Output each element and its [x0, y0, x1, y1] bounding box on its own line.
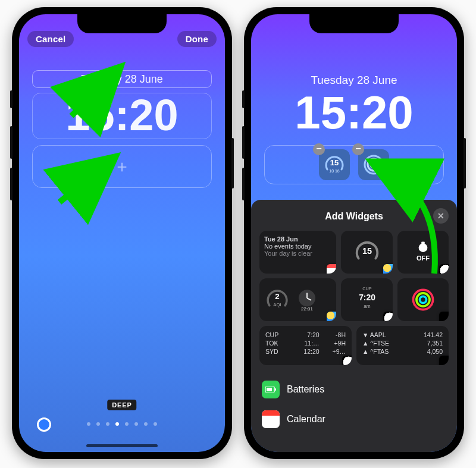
power-button	[464, 138, 466, 189]
clock-app-icon	[439, 264, 449, 274]
placed-widget-activity[interactable]: −	[358, 149, 389, 180]
weather-gauge-icon: 15 10 16	[322, 153, 346, 177]
suggested-widget-world-clock[interactable]: CUP7:20-8H TOK11:…+9H SYD12:20+9…	[259, 326, 352, 365]
svg-rect-22	[267, 388, 272, 391]
clock-app-icon	[383, 312, 393, 321]
notch	[77, 14, 167, 33]
suggested-widget-stocks[interactable]: ▼ AAPL141.42 ▲ ^FTSE7,351 ▲ ^FTAS4,050	[356, 326, 449, 365]
lockscreen-time: 15:20	[251, 86, 457, 140]
svg-text:15: 15	[330, 158, 339, 167]
svg-point-3	[368, 159, 380, 171]
stocks-app-icon	[439, 356, 449, 365]
cal-line3: Your day is clear	[264, 250, 331, 257]
svg-text:15: 15	[362, 246, 372, 256]
pager-dot	[144, 422, 148, 426]
svg-text:7:20: 7:20	[359, 293, 375, 302]
plus-icon: ＋	[114, 155, 130, 178]
svg-text:am: am	[364, 304, 371, 309]
pager-dot	[134, 422, 138, 426]
svg-point-4	[371, 162, 377, 168]
power-button	[231, 138, 234, 189]
date-widget-slot[interactable]: Tuesday 28 June	[32, 70, 212, 88]
table-row: ▲ ^FTAS4,050	[361, 347, 444, 356]
clock-widget-slot[interactable]: 15:20	[32, 93, 212, 139]
sheet-title-text: Add Widgets	[325, 211, 383, 222]
pager-dot	[125, 422, 129, 426]
volume-down	[242, 168, 245, 200]
cancel-button[interactable]: Cancel	[27, 31, 74, 47]
svg-text:CUP: CUP	[362, 286, 372, 291]
wide-widget-row: CUP7:20-8H TOK11:…+9H SYD12:20+9… ▼ AAPL…	[259, 326, 449, 365]
suggested-widget-calendar[interactable]: Tue 28 Jun No events today Your day is c…	[259, 231, 336, 274]
color-picker-button[interactable]	[37, 417, 51, 432]
pager-dot	[106, 422, 109, 426]
weather-app-icon	[383, 264, 393, 274]
iphone-frame-left: Cancel Done Tuesday 28 June 15:20 ＋ DEEP	[12, 7, 232, 459]
widget-suggestions-grid: Tue 28 Jun No events today Your day is c…	[259, 231, 449, 321]
batteries-app-icon	[262, 381, 280, 398]
city-clock-icon: CUP 7:20 am	[353, 285, 381, 315]
svg-rect-7	[421, 242, 425, 244]
suggested-widget-weather[interactable]: 15	[341, 231, 392, 274]
table-row: CUP7:20-8H	[264, 331, 347, 339]
lockscreen-date: Tuesday 28 June	[251, 74, 457, 87]
svg-rect-23	[275, 388, 276, 391]
volume-up	[242, 126, 245, 159]
fitness-app-icon	[439, 312, 449, 321]
stocks-table: ▼ AAPL141.42 ▲ ^FTSE7,351 ▲ ^FTAS4,050	[361, 331, 444, 356]
cal-line2: No events today	[264, 243, 331, 250]
suggested-widget-aqi-and-clock[interactable]: 2 AQI 22:01	[259, 278, 336, 321]
placed-widget-weather[interactable]: − 15 10 16	[319, 149, 350, 180]
silent-switch	[242, 90, 245, 108]
app-widget-list: Batteries Calendar	[259, 375, 449, 434]
suggested-widget-activity[interactable]	[397, 278, 449, 321]
alarm-icon: OFF	[409, 238, 437, 266]
app-label: Batteries	[287, 384, 324, 395]
suggested-widget-city-clock[interactable]: CUP 7:20 am	[341, 278, 392, 321]
analog-clock-icon: 22:01	[294, 287, 320, 313]
clock-app-icon	[342, 356, 352, 365]
svg-point-20	[419, 296, 426, 303]
close-icon: ✕	[437, 211, 444, 221]
cal-date: Tue 28 Jun	[264, 235, 331, 243]
wallpaper-style-label: DEEP	[107, 400, 136, 410]
volume-up	[10, 126, 12, 159]
remove-widget-icon[interactable]: −	[313, 143, 325, 155]
svg-text:OFF: OFF	[416, 255, 430, 262]
table-row: TOK11:…+9H	[264, 339, 347, 347]
svg-point-19	[416, 293, 430, 306]
svg-text:22:01: 22:01	[301, 306, 313, 312]
table-row: ▲ ^FTSE7,351	[361, 339, 444, 347]
weather-app-icon	[327, 312, 336, 321]
world-clock-table: CUP7:20-8H TOK11:…+9H SYD12:20+9…	[264, 331, 347, 356]
lockscreen-widget-sheet: Tuesday 28 June 15:20 − 15 10 16 −	[251, 14, 457, 452]
sheet-title: Add Widgets ✕	[259, 208, 449, 225]
remove-widget-icon[interactable]: −	[352, 143, 364, 155]
add-widget-slot[interactable]: ＋	[32, 145, 212, 188]
calendar-app-icon	[327, 264, 336, 274]
svg-text:AQI: AQI	[273, 302, 281, 307]
activity-rings-icon	[409, 286, 437, 313]
svg-text:10 16: 10 16	[329, 169, 340, 173]
weather-gauge-icon: 15	[353, 238, 381, 266]
suggested-widget-alarm[interactable]: OFF	[397, 231, 449, 274]
table-row: SYD12:20+9…	[264, 347, 347, 356]
pager-dot	[96, 422, 100, 426]
app-list-item-batteries[interactable]: Batteries	[259, 375, 449, 404]
volume-down	[10, 168, 12, 200]
app-list-item-calendar[interactable]: Calendar	[259, 404, 449, 434]
placed-widgets-row[interactable]: − 15 10 16 −	[264, 145, 444, 184]
add-widgets-sheet: Add Widgets ✕ Tue 28 Jun No events today…	[251, 200, 457, 452]
home-indicator	[86, 444, 158, 447]
iphone-frame-right: Tuesday 28 June 15:20 − 15 10 16 −	[244, 7, 464, 459]
done-button[interactable]: Done	[177, 31, 217, 47]
notch	[309, 14, 399, 33]
silent-switch	[10, 90, 12, 108]
close-sheet-button[interactable]: ✕	[433, 208, 449, 224]
pager-dot	[87, 422, 90, 426]
pager-dot-active	[115, 422, 119, 426]
pager-dot	[154, 422, 157, 426]
aqi-gauge-icon: 2 AQI	[264, 287, 290, 313]
table-row: ▼ AAPL141.42	[361, 331, 444, 339]
svg-point-6	[418, 243, 427, 252]
